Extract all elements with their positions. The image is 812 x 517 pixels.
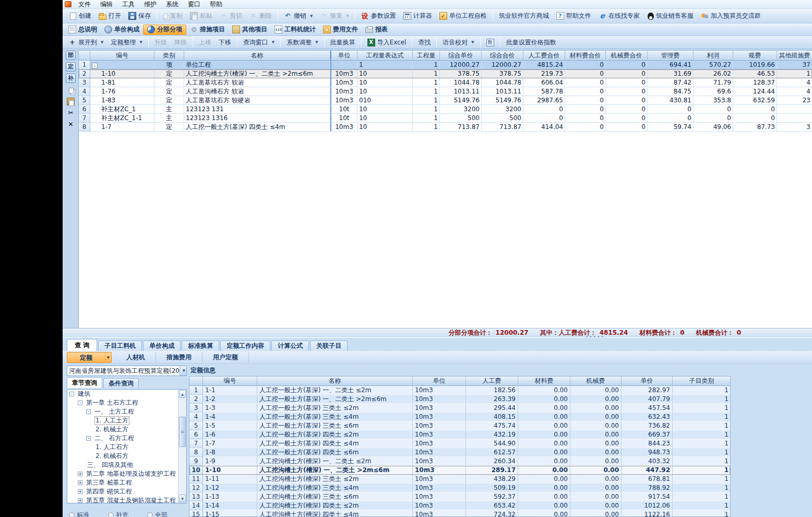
tab-item-labor-machine[interactable]: 子目工料机 [98,340,142,351]
batch-price-index-button[interactable]: 批量设置价格指数 [503,37,560,49]
chevron-down-icon[interactable]: ▼ [471,40,474,44]
menu-edit[interactable]: 编辑 [95,0,117,9]
official-mall-button[interactable]: 筑业软件官方商城 [495,10,553,22]
online-expert-button[interactable]: e在线找专家 [595,10,643,22]
expand-icon[interactable]: + [78,472,82,476]
column-header-9[interactable]: 人工费合价 [523,51,565,61]
subtab-measure-fee[interactable]: 措施费用 [156,352,202,363]
tab-query[interactable]: 查 询 [67,339,97,351]
table-row[interactable]: 81-7定人工挖一般土方(基深) 四类土 ≤4m10m3101713.87713… [79,123,812,132]
radio-standard[interactable]: 标准 [69,511,89,517]
undo-button[interactable]: ↶撤销▼ [280,10,316,22]
upgrade-button[interactable]: 升级 [151,37,171,49]
column-header-1[interactable]: 编号 [203,377,257,386]
tab-standard-conversion[interactable]: 标准换算 [182,340,219,351]
column-header-3[interactable]: 名称 [184,51,330,61]
section-type-button[interactable]: 部 [66,51,76,60]
table-row[interactable]: 1-项单位工程1112000.2712000.274815.2400694.41… [79,61,812,69]
collapse-icon[interactable]: - [86,409,91,414]
tab-labor-machine-stats[interactable]: 123工料机统计 [271,25,319,35]
chevron-down-icon[interactable]: ▼ [180,366,187,375]
chevron-down-icon[interactable]: ▼ [101,40,103,44]
tree-item[interactable]: 1. 人工石方 [67,443,186,452]
voice-proofread-button[interactable]: 语音校对▼ [439,37,477,49]
tree-scrollbar[interactable]: ▲ ▼ [178,390,186,503]
column-header-11[interactable]: 机械费合价 [606,51,648,61]
menu-file[interactable]: 文件 [74,0,95,9]
column-header-13[interactable]: 利润 [694,51,733,61]
table-row[interactable]: 81-8人工挖一般土方(基深) 四类土 ≤6m10m3612.570.000.0… [189,448,730,457]
quota-type-button[interactable]: 定 [66,62,76,72]
tree-item[interactable]: -一、 土方工程 [67,407,186,416]
tree-item[interactable]: 2. 机械石方 [67,452,186,461]
expand-icon[interactable]: + [78,480,82,485]
tree-item[interactable]: +第四章 砌筑工程 [67,487,186,496]
radio-all[interactable]: 全部 [147,511,168,517]
subtab-labor-material-machine[interactable]: 人材机 [116,352,156,363]
batch-conversion-button[interactable]: 批量换算 [327,37,359,49]
table-row[interactable]: 51-5人工挖一般土方(基深) 三类土 ≤6m10m3475.740.000.0… [189,421,730,430]
paste-button[interactable]: 粘贴 [186,10,216,22]
toolbar-button[interactable]: 数 [483,37,498,49]
quota-arrange-button[interactable]: 定额整理▼ [107,37,146,49]
redo-button[interactable]: ↷恢复▼ [316,10,352,22]
tab-condition-query[interactable]: 条件查询 [103,378,139,388]
open-button[interactable]: 打开 [95,10,125,22]
tab-report[interactable]: 报表 [362,25,391,35]
table-row[interactable]: 51-83定人工凿基坑石方 较硬岩10m301015149.765149.762… [79,96,812,105]
subtab-user-quota[interactable]: 用户定额 [202,352,249,363]
menu-maintain[interactable]: 维护 [139,0,161,9]
find-button[interactable]: 查找 [414,37,434,49]
tree-item[interactable]: -二、 石方工程 [67,434,186,443]
collapse-icon[interactable]: - [86,436,91,441]
cut-button[interactable]: ✂剪切 [216,10,246,22]
calculator-button[interactable]: 计算器 [400,10,436,22]
column-header-8[interactable]: 子目类别 [673,377,731,386]
import-excel-button[interactable]: X导入Excel [364,37,410,49]
tree-item[interactable]: +第三章 桩基工程 [67,478,186,487]
column-header-8[interactable]: 综合合价 [482,51,523,61]
copy-tool-button[interactable] [66,85,76,95]
menu-tools[interactable]: 工具 [117,0,139,9]
table-row[interactable]: 31-3人工挖一般土方(基深) 三类土 ≤2m10m3295.440.000.0… [189,404,730,413]
table-row[interactable]: 101-10人工挖沟槽土方(槽深) 一、二类土 >2m≤6m10m3289.17… [189,466,730,475]
tab-measure-items[interactable]: ⚙措施项目 [186,25,229,35]
scrollbar-thumb[interactable] [179,417,186,447]
tree-item[interactable]: +第二章 地基处理及边坡支护工程 [67,469,186,478]
query-window-button[interactable]: 查询窗口▼ [240,37,278,49]
column-header-4[interactable]: 人工费 [466,377,518,386]
cut-tool-button[interactable]: ✂ [66,108,76,118]
column-header-15[interactable]: 其他措施费 [777,51,812,61]
column-header-6[interactable]: 机械费 [570,377,622,386]
tab-subsection-items[interactable]: 分部分项 [143,25,186,35]
column-header-6[interactable]: 工程量 [413,51,440,61]
menu-system[interactable]: 系统 [161,0,183,9]
downgrade-button[interactable]: 降级 [171,37,190,49]
table-row[interactable]: 21-2人工挖一般土方(基深) 一、二类土 >2m≤6m10m3263.390.… [189,395,730,404]
tab-calc-formula[interactable]: 计算公式 [271,340,309,351]
parameter-settings-button[interactable]: 设参数设置 [357,10,400,22]
chevron-down-icon[interactable]: ▼ [139,40,142,44]
sales-service-button[interactable]: 筑业销售客服 [643,10,697,22]
tab-other-items[interactable]: 其他项目 [229,25,271,35]
project-self-check-button[interactable]: ✓单位工程自检 [436,10,491,22]
scroll-down-icon[interactable]: ▼ [179,495,186,502]
table-row[interactable]: 21-10定人工挖沟槽土方(槽深) 一、二类土 >2m≤6m10m3101378… [79,69,812,78]
collapse-icon[interactable]: - [92,63,98,68]
quota-library-select[interactable]: 河南省房屋建筑与装饰工程预算定额(20 ▼ [67,366,187,376]
tree-item[interactable]: 2. 机械土方 [67,425,186,434]
scroll-up-icon[interactable]: ▲ [179,390,186,398]
column-header-2[interactable]: 名称 [257,377,413,386]
expand-to-button[interactable]: +展开到▼ [65,37,107,49]
column-header-10[interactable]: 材料费合价 [565,51,606,61]
subtab-quota[interactable]: 定额 [67,352,105,363]
column-header-7[interactable]: 综合单价 [440,51,482,61]
chevron-down-icon[interactable]: ▼ [272,40,274,44]
expand-icon[interactable]: + [78,498,82,503]
tree-item[interactable]: 1. 人工土方 [67,416,186,425]
column-header-0[interactable] [79,51,90,61]
table-row[interactable]: 111-11人工挖沟槽土方(槽深) 三类土 ≤2m10m3438.290.000… [189,475,730,484]
tree-item[interactable]: 三、 回填及其他 [67,461,186,469]
table-row[interactable]: 11-1人工挖一般土方(基深) 一、二类土 ≤2m10m3182.560.000… [189,386,730,395]
column-header-2[interactable]: 类别 [154,51,184,61]
